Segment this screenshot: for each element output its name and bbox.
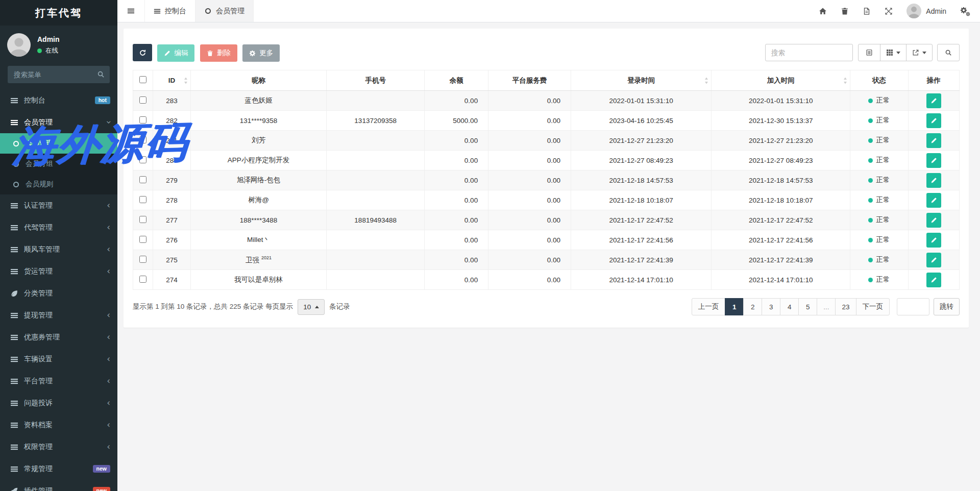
row-edit-button[interactable] [926,113,941,128]
row-checkbox[interactable] [139,156,146,163]
column-header[interactable]: 余额 [425,70,488,91]
sidebar-item-12[interactable]: 资料档案‹ [0,414,117,436]
sidebar-item-label: 问题投诉 [24,399,101,408]
sidebar-item-label: 权限管理 [24,443,101,452]
settings-gears-icon[interactable] [960,7,970,15]
more-button[interactable]: 更多 [242,44,280,62]
home-icon[interactable] [819,7,827,15]
cell-service-fee: 0.00 [488,210,571,230]
sidebar-item-7[interactable]: 提现管理‹ [0,304,117,326]
page-button-2[interactable]: 2 [743,298,762,315]
cell-status: 正常 [850,250,908,270]
row-checkbox[interactable] [139,276,146,283]
sidebar-item-0[interactable]: 控制台hot [0,89,117,111]
status-dot-icon [868,138,873,143]
app-logo: 打车代驾 [0,0,117,26]
row-edit-button[interactable] [926,193,941,208]
page-button-23[interactable]: 23 [835,298,856,315]
page-button-4[interactable]: 4 [780,298,799,315]
row-checkbox[interactable] [139,136,146,143]
grid-icon [886,49,893,56]
sidebar-item-6[interactable]: 分类管理 [0,282,117,304]
sidebar-item-14[interactable]: 常规管理new [0,458,117,480]
sidebar-item-2[interactable]: 认证管理‹ [0,194,117,216]
sidebar-item-1[interactable]: 会员管理‹ [0,111,117,133]
sidebar-item-label: 代驾管理 [24,223,101,232]
chevron-left-icon: ‹ [107,377,110,385]
row-checkbox[interactable] [139,216,146,223]
navbar-tab-0[interactable]: 控制台 [144,0,195,22]
sidebar-search-input[interactable] [8,66,110,83]
cell-service-fee: 0.00 [488,190,571,210]
row-checkbox[interactable] [139,256,146,263]
row-edit-button[interactable] [926,93,941,108]
cell-nickname: 树海@ [191,190,327,210]
bars-icon [10,245,18,254]
fullscreen-icon[interactable] [885,7,893,15]
sidebar-item-4[interactable]: 顺风车管理‹ [0,238,117,260]
row-edit-button[interactable] [926,133,941,148]
column-header[interactable]: 手机号 [326,70,425,91]
row-checkbox[interactable] [139,196,146,203]
table-search-input[interactable] [765,44,853,61]
sidebar-item-5[interactable]: 货运管理‹ [0,260,117,282]
sidebar-subitem-1-0[interactable]: 会员管理 [0,133,117,154]
chevron-left-icon: ‹ [107,311,110,320]
pencil-icon [164,50,170,57]
column-header[interactable]: 昵称 [191,70,327,91]
sidebar-item-15[interactable]: 插件管理new [0,480,117,491]
row-checkbox[interactable] [139,176,146,183]
sidebar-item-11[interactable]: 问题投诉‹ [0,392,117,414]
page-button-3[interactable]: 3 [762,298,780,315]
cell-service-fee: 0.00 [488,170,571,190]
row-edit-button[interactable] [926,233,941,248]
cell-service-fee: 0.00 [488,131,571,151]
prev-page-button[interactable]: 上一页 [692,298,726,315]
document-icon[interactable] [863,7,871,15]
row-checkbox[interactable] [139,236,146,243]
page-button-5[interactable]: 5 [798,298,817,315]
column-header[interactable]: 操作 [908,70,959,91]
sidebar-item-3[interactable]: 代驾管理‹ [0,216,117,238]
sidebar-item-13[interactable]: 权限管理‹ [0,436,117,458]
sidebar-item-8[interactable]: 优惠券管理‹ [0,326,117,348]
refresh-button[interactable] [133,44,152,61]
search-submit-button[interactable] [937,44,960,61]
row-edit-button[interactable] [926,173,941,188]
page-ellipsis[interactable]: ... [817,298,836,315]
column-header[interactable]: 加入时间 [712,70,850,91]
sidebar-subitem-1-1[interactable]: 会员分组 [0,154,117,174]
trash-icon[interactable] [841,7,849,15]
columns-button[interactable] [880,44,906,61]
select-all-checkbox[interactable] [139,76,146,83]
row-edit-button[interactable] [926,273,941,287]
next-page-button[interactable]: 下一页 [856,298,890,315]
cell-login-time: 2021-12-18 14:57:53 [571,170,712,190]
row-edit-button[interactable] [926,213,941,228]
column-header[interactable]: 登录时间 [571,70,712,91]
row-checkbox[interactable] [139,116,146,124]
sidebar-search [8,66,110,83]
page-button-1[interactable]: 1 [725,298,744,315]
detail-view-button[interactable] [858,44,880,61]
jump-button[interactable]: 跳转 [934,298,960,315]
column-header[interactable]: 状态 [850,70,908,91]
sidebar-toggle-button[interactable] [117,0,144,22]
delete-button[interactable]: 删除 [200,44,237,62]
row-checkbox[interactable] [139,96,146,104]
navbar-tab-1[interactable]: 会员管理 [195,0,254,22]
sidebar-item-9[interactable]: 车辆设置‹ [0,348,117,370]
page-size-select[interactable]: 10 [298,299,325,315]
navbar-user-menu[interactable]: Admin [906,4,946,18]
edit-button[interactable]: 编辑 [157,44,194,62]
column-header[interactable]: ID [153,70,190,91]
row-edit-button[interactable] [926,153,941,168]
sidebar-subitem-1-2[interactable]: 会员规则 [0,174,117,194]
row-edit-button[interactable] [926,253,941,267]
navbar-actions: Admin [819,0,980,22]
sidebar-item-label: 平台管理 [24,377,101,386]
export-button[interactable] [906,44,933,61]
column-header[interactable]: 平台服务费 [488,70,571,91]
sidebar-item-10[interactable]: 平台管理‹ [0,370,117,392]
jump-page-input[interactable] [897,298,929,315]
